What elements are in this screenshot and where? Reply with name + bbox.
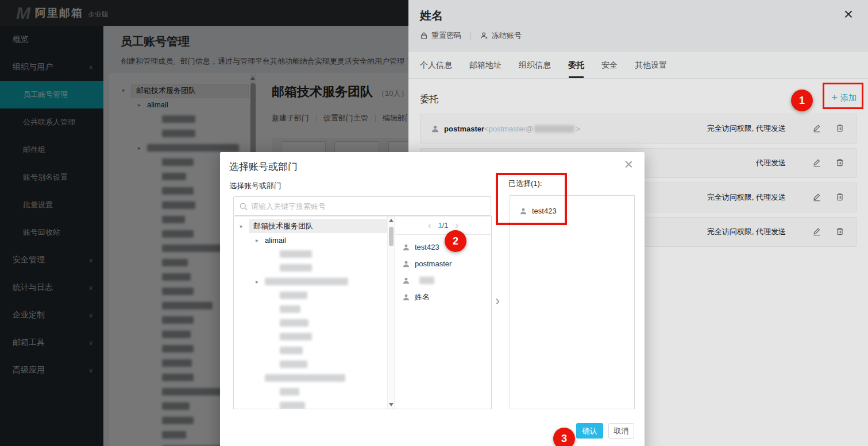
modal-tree-item[interactable]: ▸ alimail: [234, 233, 395, 247]
move-to-selected-icon[interactable]: ›: [495, 293, 500, 309]
annotation-box-selected: [496, 173, 567, 225]
redacted-text: [280, 388, 299, 395]
redacted-text: [280, 250, 312, 258]
tree-indent: [234, 309, 271, 309]
person-icon: [402, 243, 410, 251]
redacted-text: [280, 360, 307, 368]
account-list-item[interactable]: 姓名: [395, 289, 491, 305]
tree-indent: [234, 281, 256, 282]
account-name: test423: [415, 243, 439, 251]
tree-arrow-icon[interactable]: ▾: [240, 223, 249, 230]
tree-indent: [234, 254, 271, 254]
tree-indent: [234, 364, 271, 364]
modal-tree-item[interactable]: [234, 302, 395, 316]
confirm-button[interactable]: 确认: [576, 423, 603, 439]
account-list-item[interactable]: postmaster: [395, 255, 491, 272]
redacted-text: [265, 278, 348, 285]
modal-tree-item[interactable]: [234, 357, 395, 371]
redacted-text: [265, 374, 345, 382]
annotation-step-2: 2: [445, 230, 466, 252]
search-icon: [239, 202, 248, 211]
person-icon: [402, 293, 410, 301]
next-page-icon[interactable]: ›: [449, 220, 465, 231]
modal-tree-item[interactable]: [234, 343, 395, 357]
redacted-text: [280, 402, 305, 409]
tree-indent: [234, 378, 256, 378]
tree-indent: [234, 226, 240, 227]
current-page: 1: [438, 221, 442, 230]
modal-title: 选择账号或部门: [229, 160, 298, 173]
modal-department-tree: ▾ 邮箱技术服务团队 ▸ alimail: [233, 216, 395, 409]
tree-indent: [234, 323, 271, 323]
account-search-box: [233, 196, 491, 216]
tree-indent: [234, 267, 271, 268]
tree-indent: [234, 350, 271, 351]
tree-arrow-icon[interactable]: ▸: [256, 278, 265, 285]
redacted-text: [280, 319, 308, 327]
account-name: 姓名: [415, 292, 430, 302]
modal-tree-scrollbar[interactable]: [387, 216, 395, 409]
modal-tree-item[interactable]: [234, 247, 395, 261]
modal-tree-item[interactable]: [234, 288, 395, 302]
account-list-panel: ‹ 1 /1 › test423 postma: [395, 216, 492, 409]
select-account-modal: 选择账号或部门 × 选择账号或部门 ▾ 邮箱技术服务团队 ▸ alimail: [220, 152, 645, 446]
modal-tree-item[interactable]: [234, 261, 395, 274]
total-pages: /1: [442, 221, 449, 230]
person-icon: [402, 277, 410, 285]
redacted-text: [280, 264, 312, 272]
tree-indent: [234, 391, 271, 392]
annotation-step-1: 1: [791, 90, 813, 111]
tree-indent: [234, 405, 271, 406]
search-input[interactable]: [251, 197, 488, 215]
modal-tree-item[interactable]: [234, 316, 395, 329]
redacted-text: [280, 305, 300, 313]
prev-page-icon[interactable]: ‹: [421, 220, 438, 231]
app-root: M 阿里邮箱 企业版 概览 组织与用户 ∧ 员工账号管理 公共联系人管理 邮件组…: [0, 0, 868, 446]
modal-tree-item[interactable]: [234, 385, 395, 398]
tree-indent: [234, 336, 271, 337]
redacted-text: [280, 292, 307, 299]
person-icon: [402, 260, 410, 268]
modal-tree-item[interactable]: ▾ 邮箱技术服务团队: [234, 219, 395, 233]
tree-item-label: 邮箱技术服务团队: [249, 219, 395, 233]
annotation-step-3: 3: [553, 428, 575, 446]
account-list-item[interactable]: [395, 272, 491, 289]
modal-tree-item[interactable]: ▸: [234, 274, 395, 288]
tree-indent: [234, 240, 256, 241]
account-list-item[interactable]: test423: [395, 239, 491, 255]
scroll-down-icon[interactable]: [389, 403, 394, 406]
scrollbar-thumb[interactable]: [389, 227, 394, 246]
modal-field-label: 选择账号或部门: [229, 181, 281, 191]
tree-indent: [234, 295, 271, 296]
selected-panel: test423: [510, 195, 635, 409]
cancel-button[interactable]: 取消: [608, 423, 634, 439]
pagination: ‹ 1 /1 ›: [395, 216, 491, 235]
annotation-box-add-button: [823, 83, 863, 109]
redacted-text: [280, 347, 303, 354]
scroll-up-icon[interactable]: [389, 219, 394, 222]
tree-item-label: alimail: [265, 236, 286, 245]
modal-tree-item[interactable]: [234, 329, 395, 343]
account-name: postmaster: [415, 259, 452, 268]
close-icon[interactable]: ×: [624, 156, 633, 173]
tree-arrow-icon[interactable]: ▸: [256, 237, 265, 243]
modal-tree-item[interactable]: [234, 398, 395, 409]
redacted-account-name: [419, 277, 434, 284]
redacted-text: [280, 333, 312, 340]
modal-tree-item[interactable]: [234, 371, 395, 385]
